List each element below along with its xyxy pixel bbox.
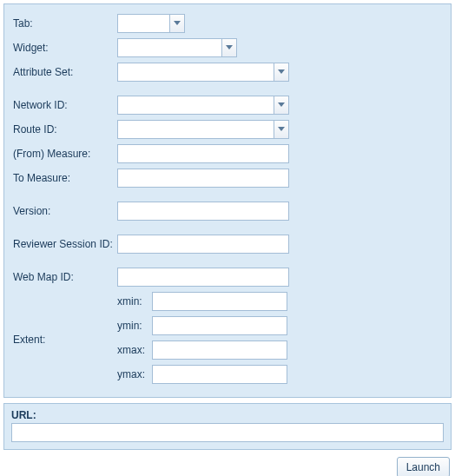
- version-input[interactable]: [117, 202, 289, 221]
- row-from-measure: (From) Measure:: [13, 143, 442, 164]
- ymax-input[interactable]: [152, 365, 287, 384]
- row-tab: Tab:: [13, 13, 442, 34]
- row-reviewer-session-id: Reviewer Session ID:: [13, 234, 442, 255]
- tab-input[interactable]: [117, 14, 169, 33]
- label-route-id: Route ID:: [13, 123, 117, 136]
- svg-marker-1: [226, 45, 233, 50]
- row-network-id: Network ID:: [13, 95, 442, 116]
- button-row: Launch: [3, 457, 452, 476]
- config-panel: Tab: Widget: Attribute Set: Networ: [3, 3, 452, 398]
- extent-fields: xmin: ymin: xmax: ymax:: [117, 291, 287, 388]
- widget-select[interactable]: [117, 38, 237, 57]
- row-attribute-set: Attribute Set:: [13, 62, 442, 83]
- label-ymin: ymin:: [117, 320, 152, 332]
- label-extent: Extent:: [13, 334, 117, 346]
- chevron-down-icon[interactable]: [169, 14, 185, 33]
- label-widget: Widget:: [13, 42, 117, 54]
- web-map-id-input[interactable]: [117, 268, 289, 287]
- route-id-input[interactable]: [117, 120, 274, 139]
- row-extent: Extent: xmin: ymin: xmax: ymax:: [13, 291, 442, 388]
- reviewer-session-id-input[interactable]: [117, 235, 289, 254]
- row-web-map-id: Web Map ID:: [13, 267, 442, 288]
- route-id-select[interactable]: [117, 120, 289, 139]
- row-widget: Widget:: [13, 37, 442, 58]
- widget-input[interactable]: [117, 38, 221, 57]
- label-to-measure: To Measure:: [13, 172, 117, 184]
- url-panel: URL:: [3, 403, 452, 450]
- chevron-down-icon[interactable]: [274, 96, 289, 115]
- attribute-set-input[interactable]: [117, 63, 274, 82]
- label-tab: Tab:: [13, 17, 117, 30]
- label-version: Version:: [13, 205, 117, 217]
- label-reviewer-session-id: Reviewer Session ID:: [13, 238, 117, 250]
- row-to-measure: To Measure:: [13, 168, 442, 188]
- url-input[interactable]: [11, 423, 444, 442]
- tab-select[interactable]: [117, 14, 185, 33]
- ymin-input[interactable]: [152, 316, 287, 335]
- attribute-set-select[interactable]: [117, 63, 289, 82]
- label-url: URL:: [11, 409, 444, 421]
- row-route-id: Route ID:: [13, 119, 442, 140]
- label-xmin: xmin:: [117, 295, 152, 307]
- chevron-down-icon[interactable]: [274, 120, 289, 139]
- label-web-map-id: Web Map ID:: [13, 271, 117, 283]
- label-network-id: Network ID:: [13, 99, 117, 111]
- row-version: Version:: [13, 201, 442, 221]
- xmax-input[interactable]: [152, 340, 287, 360]
- label-from-measure: (From) Measure:: [13, 148, 117, 160]
- network-id-input[interactable]: [117, 96, 274, 115]
- svg-marker-0: [174, 21, 181, 25]
- from-measure-input[interactable]: [117, 144, 289, 163]
- label-ymax: ymax:: [117, 368, 152, 380]
- svg-marker-4: [278, 127, 285, 131]
- chevron-down-icon[interactable]: [221, 38, 237, 57]
- chevron-down-icon[interactable]: [274, 63, 289, 82]
- label-xmax: xmax:: [117, 344, 152, 356]
- to-measure-input[interactable]: [117, 169, 289, 188]
- svg-marker-2: [278, 69, 285, 74]
- launch-button[interactable]: Launch: [397, 457, 450, 476]
- network-id-select[interactable]: [117, 96, 289, 115]
- xmin-input[interactable]: [152, 292, 287, 311]
- label-attribute-set: Attribute Set:: [13, 66, 117, 78]
- svg-marker-3: [278, 102, 285, 107]
